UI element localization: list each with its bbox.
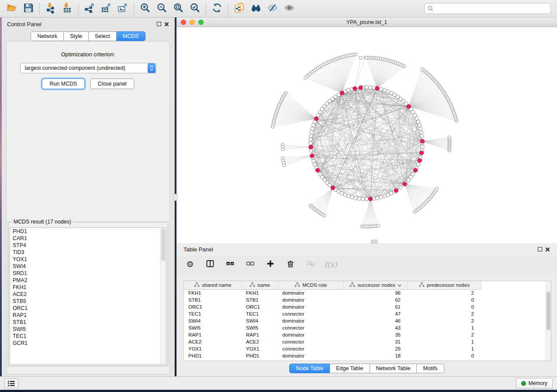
cell-successor-nodes[interactable]: 61: [343, 303, 408, 310]
cell-name[interactable]: YOX1: [242, 345, 278, 352]
vertical-splitter-handle[interactable]: [173, 194, 177, 201]
mcds-result-item[interactable]: TID3: [10, 249, 166, 256]
close-panel-button[interactable]: Close panel: [90, 79, 134, 89]
mcds-result-item[interactable]: CAR1: [10, 235, 166, 242]
cell-shared-name[interactable]: RAP1: [184, 331, 242, 338]
cell-successor-nodes[interactable]: 29: [343, 345, 408, 352]
cell-name[interactable]: ACE2: [242, 338, 278, 345]
cell-successor-nodes[interactable]: 43: [343, 324, 408, 331]
cell-MCDS-role[interactable]: dominator: [278, 331, 343, 338]
table-row[interactable]: RAP1RAP1dominator352: [184, 331, 481, 338]
mcds-result-item[interactable]: STP4: [10, 242, 166, 249]
add-button[interactable]: [265, 258, 276, 271]
cell-successor-nodes[interactable]: 46: [343, 317, 408, 324]
cell-shared-name[interactable]: SWI4: [184, 317, 242, 324]
export-image-button[interactable]: [114, 1, 131, 16]
cell-successor-nodes[interactable]: 18: [343, 352, 408, 359]
column-header-MCDS-role[interactable]: MCDS role: [278, 281, 343, 289]
criterion-select[interactable]: largest connected component (undirected): [20, 63, 156, 73]
network-window-titlebar[interactable]: YPA_prune.txt_1: [176, 17, 557, 27]
table-scrollbar-thumb[interactable]: [547, 292, 550, 330]
tab-motifs[interactable]: Motifs: [417, 364, 444, 373]
network-canvas[interactable]: [176, 27, 557, 243]
tab-mcds[interactable]: MCDS: [117, 31, 145, 41]
zoom-in-button[interactable]: [137, 1, 153, 16]
table-row[interactable]: SWI4SWI4dominator462: [184, 317, 481, 324]
mcds-result-item[interactable]: ACE2: [10, 291, 166, 298]
import-network-button[interactable]: [42, 1, 59, 16]
cell-predecessor-nodes[interactable]: 0: [408, 303, 481, 310]
cell-predecessor-nodes[interactable]: 2: [408, 331, 481, 338]
settings-button[interactable]: ⚙: [184, 258, 196, 271]
table-row[interactable]: YOX1YOX1connector291: [184, 345, 481, 352]
float-panel-icon[interactable]: [157, 22, 161, 26]
zoom-out-button[interactable]: [153, 1, 170, 16]
run-mcds-button[interactable]: Run MCDS: [42, 79, 84, 89]
cell-shared-name[interactable]: ORC1: [184, 303, 242, 310]
cell-MCDS-role[interactable]: connector: [278, 338, 343, 345]
tab-style[interactable]: Style: [64, 31, 89, 41]
mcds-result-item[interactable]: RAP1: [10, 312, 166, 319]
close-table-panel-icon[interactable]: [545, 247, 550, 252]
export-network-button[interactable]: [81, 1, 98, 16]
mcds-list-scrollbar[interactable]: [160, 228, 166, 364]
mcds-result-item[interactable]: TEC1: [10, 333, 166, 340]
mcds-result-item[interactable]: STB5: [10, 298, 166, 305]
close-window-icon[interactable]: [181, 20, 186, 25]
table-scrollbar[interactable]: [546, 281, 551, 361]
table-row[interactable]: ORC1ORC1dominator610: [184, 303, 481, 310]
cell-name[interactable]: SWI4: [242, 317, 278, 324]
zoom-fit-button[interactable]: [170, 1, 187, 16]
mcds-result-list[interactable]: PHD1CAR1STP4TID3YOX1SWI4SRD1PMA2FKH1ACE2…: [10, 227, 166, 364]
cell-MCDS-role[interactable]: dominator: [278, 352, 343, 359]
cell-predecessor-nodes[interactable]: 0: [408, 296, 481, 303]
cell-predecessor-nodes[interactable]: 1: [408, 338, 481, 345]
tab-select[interactable]: Select: [89, 31, 117, 41]
float-table-panel-icon[interactable]: [538, 247, 542, 251]
cell-successor-nodes[interactable]: 31: [343, 338, 408, 345]
maximize-window-icon[interactable]: [198, 20, 204, 25]
mcds-result-item[interactable]: ORC1: [10, 305, 166, 312]
zoom-selected-button[interactable]: [187, 1, 203, 16]
table-row[interactable]: TEC1TEC1connector472: [184, 310, 481, 317]
tab-node-table[interactable]: Node Table: [289, 364, 330, 373]
cell-MCDS-role[interactable]: connector: [278, 310, 343, 317]
cell-successor-nodes[interactable]: 96: [343, 289, 408, 296]
cell-MCDS-role[interactable]: dominator: [278, 289, 343, 296]
mcds-result-item[interactable]: SWI5: [10, 326, 166, 333]
cell-predecessor-nodes[interactable]: 0: [408, 352, 481, 359]
table-row[interactable]: FKH1FKH1dominator962: [184, 289, 481, 296]
mcds-result-item[interactable]: STB1: [10, 319, 166, 326]
mcds-result-item[interactable]: YOX1: [10, 256, 166, 263]
tab-network[interactable]: Network: [31, 31, 64, 41]
cell-shared-name[interactable]: YOX1: [184, 345, 242, 352]
tab-network-table[interactable]: Network Table: [370, 364, 417, 373]
mcds-result-item[interactable]: PMA2: [10, 277, 166, 284]
cell-shared-name[interactable]: FKH1: [184, 289, 242, 296]
open-file-button[interactable]: [3, 1, 20, 16]
mcds-scrollbar-thumb[interactable]: [161, 229, 166, 261]
table-row[interactable]: PHD1PHD1dominator180: [184, 352, 481, 359]
search-box[interactable]: [424, 3, 551, 14]
column-header-successor-nodes[interactable]: successor nodes: [343, 281, 408, 289]
cell-predecessor-nodes[interactable]: 2: [408, 289, 481, 296]
column-header-name[interactable]: name: [242, 281, 278, 289]
cell-predecessor-nodes[interactable]: 2: [408, 317, 481, 324]
cell-MCDS-role[interactable]: connector: [278, 324, 343, 331]
clone-network-button[interactable]: [231, 1, 248, 16]
cell-shared-name[interactable]: ACE2: [184, 338, 242, 345]
cell-MCDS-role[interactable]: connector: [278, 345, 343, 352]
memory-button[interactable]: Memory: [516, 378, 553, 389]
cell-MCDS-role[interactable]: dominator: [278, 303, 343, 310]
search-neighbors-button[interactable]: [248, 1, 264, 16]
cell-name[interactable]: FKH1: [242, 289, 278, 296]
column-header-shared-name[interactable]: shared name: [184, 281, 242, 289]
delete-button[interactable]: [285, 258, 296, 271]
cell-name[interactable]: RAP1: [242, 331, 278, 338]
cell-predecessor-nodes[interactable]: 2: [408, 310, 481, 317]
cell-successor-nodes[interactable]: 35: [343, 331, 408, 338]
show-columns-button[interactable]: [204, 258, 216, 271]
cell-shared-name[interactable]: SWI5: [184, 324, 242, 331]
cell-name[interactable]: STB1: [242, 296, 278, 303]
cell-successor-nodes[interactable]: 47: [343, 310, 408, 317]
